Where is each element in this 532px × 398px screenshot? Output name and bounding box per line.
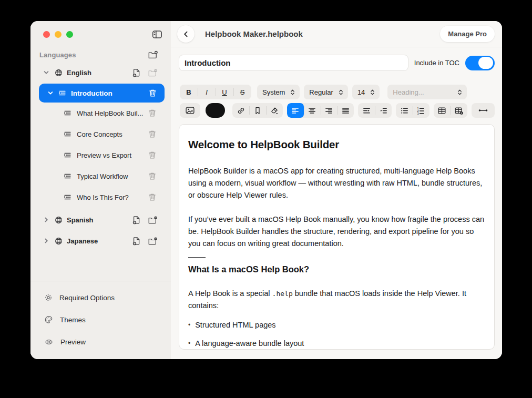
- sidebar-item-themes[interactable]: Themes: [30, 309, 171, 331]
- sidebar-item-preview-vs-export[interactable]: Preview vs Export: [30, 145, 171, 166]
- sidebar-item-english[interactable]: English: [30, 64, 171, 81]
- add-page-icon[interactable]: [132, 216, 141, 224]
- sidebar-item-preview[interactable]: Preview: [30, 331, 171, 353]
- document-horizontal-rule: [188, 257, 206, 258]
- align-center-icon[interactable]: [304, 103, 321, 118]
- format-toolbar-row-2: 123: [180, 103, 495, 118]
- document-heading-2: What Is a macOS Help Book?: [188, 264, 485, 274]
- alignment-segment: [287, 103, 354, 118]
- remove-language-folder-icon[interactable]: [148, 216, 158, 224]
- paragraph-text: A Help Book is a special: [188, 289, 272, 298]
- document-paragraph: A Help Book is a special .help bundle th…: [188, 288, 485, 312]
- page-label: Who Is This For?: [77, 193, 129, 201]
- chevron-down-icon[interactable]: [47, 90, 56, 96]
- delete-page-icon[interactable]: [148, 129, 157, 139]
- align-justify-icon[interactable]: [337, 103, 354, 118]
- minimize-window-button[interactable]: [55, 31, 62, 38]
- horizontal-rule-icon: [477, 106, 489, 115]
- link-icon[interactable]: [232, 103, 249, 118]
- add-language-folder-icon[interactable]: [148, 50, 158, 59]
- italic-button[interactable]: I: [198, 85, 216, 99]
- sidebar-item-spanish[interactable]: Spanish: [30, 211, 171, 229]
- chevron-right-icon[interactable]: [43, 238, 52, 244]
- align-left-icon[interactable]: [287, 103, 304, 118]
- footer-item-label: Required Options: [59, 294, 115, 302]
- manage-pro-button[interactable]: Manage Pro: [440, 26, 495, 42]
- titlebar: [30, 21, 171, 38]
- font-weight-select[interactable]: Regular: [304, 85, 348, 99]
- sidebar-item-introduction[interactable]: Introduction: [39, 84, 165, 103]
- toggle-sidebar-icon[interactable]: [152, 30, 162, 39]
- page-label: Typical Workflow: [77, 172, 128, 180]
- bold-button[interactable]: B: [180, 85, 198, 99]
- sidebar-item-what-helpbook[interactable]: What HelpBook Buil...: [30, 103, 171, 124]
- indent-segment: [358, 103, 392, 118]
- remove-language-folder-icon[interactable]: [148, 237, 158, 246]
- eraser-icon[interactable]: [266, 103, 283, 118]
- delete-page-icon[interactable]: [148, 150, 157, 160]
- document-paragraph: If you’ve ever built a macOS Help Book m…: [188, 213, 485, 250]
- bookmark-icon[interactable]: [249, 103, 266, 118]
- font-size-value: 14: [357, 88, 365, 96]
- list-item: •Structured HTML pages: [188, 319, 485, 331]
- include-in-toc-label: Include in TOC: [414, 59, 459, 67]
- globe-icon: [55, 237, 63, 245]
- zoom-window-button[interactable]: [66, 31, 73, 38]
- footer-item-label: Themes: [60, 316, 86, 324]
- sidebar-item-core-concepts[interactable]: Core Concepts: [30, 124, 171, 145]
- indent-icon[interactable]: [375, 103, 392, 118]
- text-style-segment: B I U S: [180, 85, 251, 99]
- delete-page-icon[interactable]: [148, 171, 157, 181]
- bullet-text: Structured HTML pages: [195, 319, 275, 331]
- bullet-list-icon[interactable]: [396, 103, 413, 118]
- numbered-list-icon[interactable]: 123: [413, 103, 429, 118]
- page-label: Preview vs Export: [77, 151, 131, 159]
- font-size-select[interactable]: 14: [352, 85, 380, 99]
- font-family-select[interactable]: System: [257, 85, 300, 99]
- add-page-icon[interactable]: [132, 68, 141, 77]
- page-title-input[interactable]: [179, 55, 408, 71]
- delete-page-icon[interactable]: [148, 192, 157, 202]
- underline-button[interactable]: U: [216, 85, 233, 99]
- chevron-up-down-icon: [339, 89, 343, 96]
- bullet-dot: •: [188, 319, 190, 331]
- sidebar-item-who-is-this-for[interactable]: Who Is This For?: [30, 187, 171, 208]
- document-paragraph: HelpBook Builder is a macOS app for crea…: [188, 165, 485, 201]
- sidebar-item-required-options[interactable]: Required Options: [30, 287, 171, 309]
- include-in-toc-toggle[interactable]: [465, 56, 495, 70]
- document-title: Helpbook Maker.helpbook: [205, 29, 303, 38]
- document-bullet-list: •Structured HTML pages •A language-aware…: [188, 319, 485, 349]
- close-window-button[interactable]: [43, 31, 50, 38]
- heading-select[interactable]: Heading...: [387, 85, 467, 99]
- table-options-icon[interactable]: [451, 103, 467, 118]
- align-right-icon[interactable]: [321, 103, 337, 118]
- heading-placeholder: Heading...: [393, 88, 424, 96]
- bullet-text: A language-aware bundle layout: [195, 338, 304, 349]
- chevron-down-icon[interactable]: [43, 69, 52, 76]
- sidebar-item-typical-workflow[interactable]: Typical Workflow: [30, 166, 171, 187]
- outdent-icon[interactable]: [358, 103, 375, 118]
- horizontal-rule-button[interactable]: [472, 103, 495, 118]
- remove-language-folder-icon: [148, 68, 158, 77]
- text-color-swatch[interactable]: [206, 103, 226, 118]
- table-icon[interactable]: [434, 103, 451, 118]
- page-label: Core Concepts: [77, 130, 122, 138]
- delete-page-icon[interactable]: [148, 108, 157, 118]
- app-window: Languages English: [30, 21, 502, 359]
- language-label: Japanese: [67, 237, 98, 245]
- add-page-icon[interactable]: [132, 237, 141, 246]
- delete-page-icon[interactable]: [148, 88, 157, 98]
- chevron-right-icon[interactable]: [43, 217, 52, 223]
- back-button[interactable]: [177, 25, 195, 43]
- insert-image-button[interactable]: [180, 103, 200, 118]
- strikethrough-button[interactable]: S: [233, 85, 251, 99]
- rich-text-editor[interactable]: Welcome to HelpBook Builder HelpBook Bui…: [179, 124, 495, 350]
- font-weight-value: Regular: [309, 88, 333, 96]
- image-icon: [185, 106, 195, 115]
- footer-item-label: Preview: [60, 338, 86, 346]
- globe-icon: [55, 216, 63, 224]
- sidebar-item-japanese[interactable]: Japanese: [30, 232, 171, 250]
- page-icon: [63, 172, 72, 180]
- chevron-up-down-icon: [290, 89, 295, 96]
- globe-icon: [55, 69, 63, 77]
